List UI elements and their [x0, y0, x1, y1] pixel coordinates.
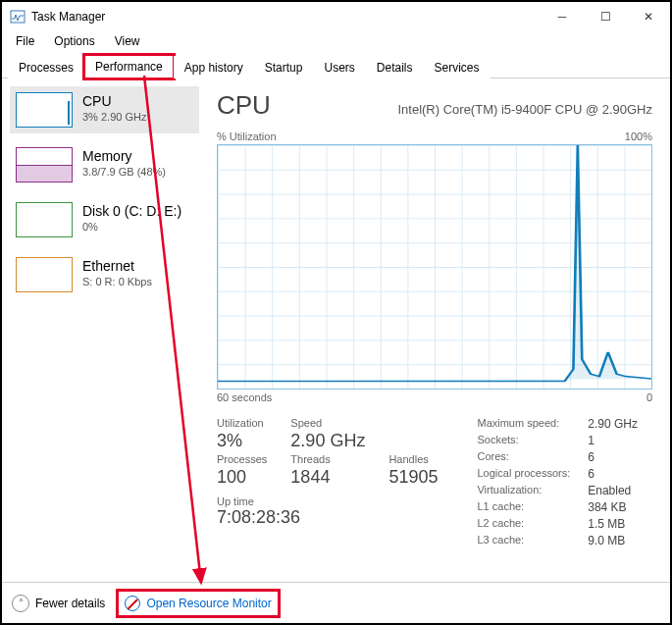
sidebar-eth-sub: S: 0 R: 0 Kbps [82, 275, 152, 288]
utilization-value: 3% [217, 431, 267, 451]
fewer-details-label: Fewer details [35, 597, 105, 610]
sidebar-memory-sub: 3.8/7.9 GB (48%) [82, 165, 166, 179]
maxspeed-label: Maximum speed: [477, 417, 570, 431]
tab-app-history[interactable]: App history [174, 56, 254, 78]
open-resource-monitor-link[interactable]: Open Resource Monitor [121, 594, 275, 613]
lproc-value: 6 [588, 467, 638, 481]
maxspeed-value: 2.90 GHz [588, 417, 638, 431]
menubar: File Options View [2, 31, 670, 51]
maximize-button[interactable]: ☐ [584, 3, 627, 30]
handles-label: Handles [388, 453, 438, 465]
virt-value: Enabled [588, 484, 638, 497]
utilization-label: Utilization [217, 417, 267, 429]
tab-services[interactable]: Services [424, 56, 491, 78]
ethernet-thumbnail-icon [16, 257, 73, 292]
l1-value: 384 KB [588, 500, 638, 514]
cores-value: 6 [588, 450, 638, 464]
cpu-detail-panel: CPU Intel(R) Core(TM) i5-9400F CPU @ 2.9… [203, 78, 670, 582]
threads-label: Threads [290, 453, 365, 465]
tab-strip: Processes Performance App history Startu… [2, 51, 670, 78]
chart-bottom-right-label: 0 [646, 391, 652, 403]
tab-processes[interactable]: Processes [8, 56, 84, 78]
processes-value: 100 [217, 467, 267, 488]
performance-sidebar: CPU 3% 2.90 GHz Memory 3.8/7.9 GB (48%) … [2, 78, 203, 582]
cpu-model: Intel(R) Core(TM) i5-9400F CPU @ 2.90GHz [397, 102, 652, 117]
processes-label: Processes [217, 453, 267, 465]
chevron-up-icon: ˄ [12, 595, 29, 612]
cpu-chart-line [218, 145, 651, 389]
resource-monitor-icon [125, 596, 140, 611]
l2-label: L2 cache: [477, 517, 570, 531]
chart-top-right-label: 100% [625, 130, 652, 142]
sidebar-eth-label: Ethernet [82, 257, 152, 275]
virt-label: Virtualization: [477, 484, 570, 497]
titlebar: Task Manager ─ ☐ ✕ [2, 2, 670, 31]
sidebar-item-memory[interactable]: Memory 3.8/7.9 GB (48%) [10, 141, 199, 188]
sidebar-disk-label: Disk 0 (C: D: E:) [82, 202, 181, 220]
chart-top-left-label: % Utilization [217, 130, 277, 142]
sidebar-item-disk[interactable]: Disk 0 (C: D: E:) 0% [10, 196, 199, 243]
sidebar-item-cpu[interactable]: CPU 3% 2.90 GHz [10, 86, 199, 133]
l3-value: 9.0 MB [588, 534, 638, 547]
menu-view[interactable]: View [107, 32, 148, 50]
speed-value: 2.90 GHz [290, 431, 365, 451]
tab-performance[interactable]: Performance [84, 55, 174, 78]
sidebar-item-ethernet[interactable]: Ethernet S: 0 R: 0 Kbps [10, 251, 199, 298]
lproc-label: Logical processors: [477, 467, 570, 481]
cpu-thumbnail-icon [16, 92, 73, 128]
footer-bar: ˄ Fewer details Open Resource Monitor [2, 582, 670, 623]
sockets-value: 1 [588, 434, 638, 447]
task-manager-window: Task Manager ─ ☐ ✕ File Options View Pro… [0, 0, 672, 625]
sockets-label: Sockets: [477, 434, 570, 447]
sidebar-disk-sub: 0% [82, 220, 181, 234]
tab-startup[interactable]: Startup [254, 56, 314, 78]
handles-value: 51905 [388, 467, 438, 488]
speed-label: Speed [290, 417, 365, 429]
cores-label: Cores: [477, 450, 570, 464]
sidebar-memory-label: Memory [82, 147, 166, 165]
chart-bottom-left-label: 60 seconds [217, 391, 272, 403]
sidebar-cpu-sub: 3% 2.90 GHz [82, 110, 146, 124]
app-icon [10, 9, 26, 25]
threads-value: 1844 [290, 467, 365, 488]
cpu-utilization-chart [217, 144, 652, 390]
cpu-heading: CPU [217, 90, 271, 121]
minimize-button[interactable]: ─ [541, 3, 584, 30]
uptime-value: 7:08:28:36 [217, 507, 438, 528]
sidebar-cpu-label: CPU [82, 92, 146, 110]
open-resource-monitor-label: Open Resource Monitor [146, 597, 271, 610]
close-button[interactable]: ✕ [627, 3, 670, 30]
l2-value: 1.5 MB [588, 517, 638, 531]
disk-thumbnail-icon [16, 202, 73, 237]
tab-details[interactable]: Details [366, 56, 424, 78]
menu-file[interactable]: File [8, 32, 42, 50]
window-title: Task Manager [31, 10, 541, 24]
tab-users[interactable]: Users [313, 56, 365, 78]
l1-label: L1 cache: [477, 500, 570, 514]
uptime-label: Up time [217, 495, 438, 507]
memory-thumbnail-icon [16, 147, 73, 182]
menu-options[interactable]: Options [46, 32, 102, 50]
l3-label: L3 cache: [477, 534, 570, 547]
fewer-details-button[interactable]: ˄ Fewer details [12, 595, 105, 612]
